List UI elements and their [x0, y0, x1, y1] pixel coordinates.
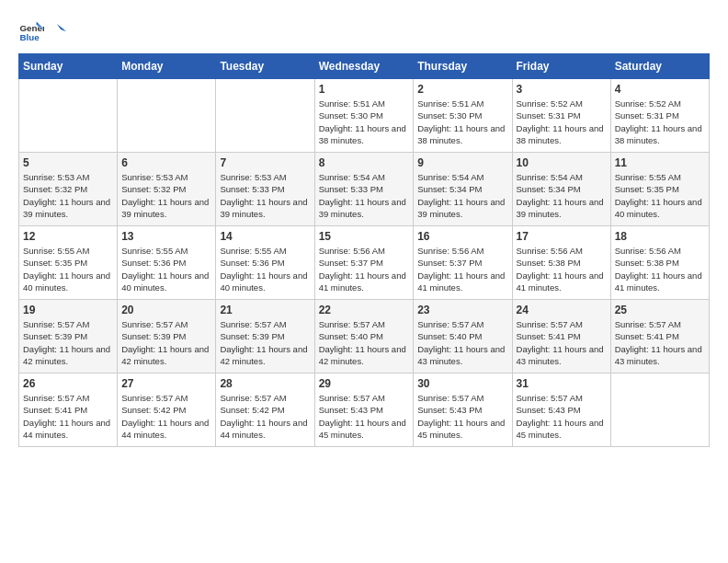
calendar-cell: 19Sunrise: 5:57 AM Sunset: 5:39 PM Dayli… — [19, 300, 118, 373]
calendar-body: 1Sunrise: 5:51 AM Sunset: 5:30 PM Daylig… — [19, 79, 710, 447]
day-info: Sunrise: 5:55 AM Sunset: 5:35 PM Dayligh… — [23, 245, 113, 293]
calendar-week-row: 19Sunrise: 5:57 AM Sunset: 5:39 PM Dayli… — [19, 300, 710, 373]
calendar-cell: 1Sunrise: 5:51 AM Sunset: 5:30 PM Daylig… — [314, 79, 414, 153]
day-info: Sunrise: 5:54 AM Sunset: 5:34 PM Dayligh… — [417, 171, 507, 220]
svg-marker-4 — [57, 24, 66, 31]
day-info: Sunrise: 5:57 AM Sunset: 5:40 PM Dayligh… — [417, 318, 507, 367]
day-info: Sunrise: 5:57 AM Sunset: 5:43 PM Dayligh… — [319, 392, 410, 441]
svg-text:Blue: Blue — [19, 32, 40, 42]
day-number: 15 — [319, 230, 410, 243]
day-info: Sunrise: 5:53 AM Sunset: 5:32 PM Dayligh… — [121, 171, 211, 220]
calendar-cell: 20Sunrise: 5:57 AM Sunset: 5:39 PM Dayli… — [118, 300, 216, 373]
day-info: Sunrise: 5:57 AM Sunset: 5:42 PM Dayligh… — [220, 392, 310, 441]
calendar-cell: 21Sunrise: 5:57 AM Sunset: 5:39 PM Dayli… — [216, 300, 314, 373]
day-number: 8 — [319, 156, 410, 169]
logo-icon: General Blue — [18, 18, 44, 44]
column-header-tuesday: Tuesday — [216, 54, 314, 79]
day-info: Sunrise: 5:52 AM Sunset: 5:31 PM Dayligh… — [517, 98, 607, 146]
day-number: 9 — [417, 156, 507, 169]
day-info: Sunrise: 5:54 AM Sunset: 5:33 PM Dayligh… — [319, 171, 410, 220]
calendar-cell: 12Sunrise: 5:55 AM Sunset: 5:35 PM Dayli… — [19, 226, 118, 300]
calendar-cell — [610, 373, 709, 447]
logo: General Blue — [18, 18, 66, 44]
calendar-cell: 9Sunrise: 5:54 AM Sunset: 5:34 PM Daylig… — [414, 153, 512, 226]
day-number: 28 — [220, 377, 310, 390]
calendar-cell: 26Sunrise: 5:57 AM Sunset: 5:41 PM Dayli… — [19, 373, 118, 447]
day-info: Sunrise: 5:56 AM Sunset: 5:37 PM Dayligh… — [319, 245, 410, 293]
column-header-wednesday: Wednesday — [314, 54, 414, 79]
day-info: Sunrise: 5:57 AM Sunset: 5:42 PM Dayligh… — [121, 392, 211, 441]
calendar-cell: 24Sunrise: 5:57 AM Sunset: 5:41 PM Dayli… — [512, 300, 610, 373]
column-header-friday: Friday — [512, 54, 610, 79]
day-number: 26 — [23, 377, 113, 390]
calendar-cell: 5Sunrise: 5:53 AM Sunset: 5:32 PM Daylig… — [19, 153, 118, 226]
calendar-week-row: 5Sunrise: 5:53 AM Sunset: 5:32 PM Daylig… — [19, 153, 710, 226]
day-info: Sunrise: 5:57 AM Sunset: 5:40 PM Dayligh… — [319, 318, 410, 367]
day-number: 2 — [417, 83, 507, 96]
day-info: Sunrise: 5:53 AM Sunset: 5:33 PM Dayligh… — [220, 171, 310, 220]
day-number: 17 — [517, 230, 607, 243]
day-number: 21 — [220, 304, 310, 316]
day-info: Sunrise: 5:57 AM Sunset: 5:43 PM Dayligh… — [517, 392, 607, 441]
day-info: Sunrise: 5:57 AM Sunset: 5:41 PM Dayligh… — [23, 392, 113, 441]
column-header-monday: Monday — [118, 54, 216, 79]
svg-marker-5 — [59, 27, 66, 33]
day-number: 10 — [517, 156, 607, 169]
day-number: 30 — [417, 377, 507, 390]
calendar-cell: 16Sunrise: 5:56 AM Sunset: 5:37 PM Dayli… — [414, 226, 512, 300]
day-number: 31 — [517, 377, 607, 390]
day-number: 24 — [517, 304, 607, 316]
day-info: Sunrise: 5:57 AM Sunset: 5:41 PM Dayligh… — [615, 318, 705, 367]
day-number: 16 — [417, 230, 507, 243]
day-number: 19 — [23, 304, 113, 316]
calendar-cell: 4Sunrise: 5:52 AM Sunset: 5:31 PM Daylig… — [610, 79, 709, 153]
calendar-header-row: SundayMondayTuesdayWednesdayThursdayFrid… — [19, 54, 710, 79]
calendar-cell: 6Sunrise: 5:53 AM Sunset: 5:32 PM Daylig… — [118, 153, 216, 226]
day-info: Sunrise: 5:51 AM Sunset: 5:30 PM Dayligh… — [417, 98, 507, 146]
day-number: 25 — [615, 304, 705, 316]
day-info: Sunrise: 5:57 AM Sunset: 5:39 PM Dayligh… — [121, 318, 211, 367]
day-number: 23 — [417, 304, 507, 316]
logo-bird-icon — [48, 22, 66, 40]
calendar-cell: 30Sunrise: 5:57 AM Sunset: 5:43 PM Dayli… — [414, 373, 512, 447]
day-number: 29 — [319, 377, 410, 390]
calendar-cell — [216, 79, 314, 153]
day-number: 22 — [319, 304, 410, 316]
calendar-cell — [19, 79, 118, 153]
day-number: 5 — [23, 156, 113, 169]
day-number: 20 — [121, 304, 211, 316]
day-number: 6 — [121, 156, 211, 169]
calendar-table: SundayMondayTuesdayWednesdayThursdayFrid… — [18, 53, 710, 447]
calendar-cell: 7Sunrise: 5:53 AM Sunset: 5:33 PM Daylig… — [216, 153, 314, 226]
day-info: Sunrise: 5:51 AM Sunset: 5:30 PM Dayligh… — [319, 98, 410, 146]
day-info: Sunrise: 5:55 AM Sunset: 5:35 PM Dayligh… — [615, 171, 705, 220]
day-number: 11 — [615, 156, 705, 169]
day-info: Sunrise: 5:55 AM Sunset: 5:36 PM Dayligh… — [220, 245, 310, 293]
day-number: 7 — [220, 156, 310, 169]
calendar-cell: 28Sunrise: 5:57 AM Sunset: 5:42 PM Dayli… — [216, 373, 314, 447]
calendar-cell: 2Sunrise: 5:51 AM Sunset: 5:30 PM Daylig… — [414, 79, 512, 153]
day-info: Sunrise: 5:57 AM Sunset: 5:41 PM Dayligh… — [517, 318, 607, 367]
day-number: 14 — [220, 230, 310, 243]
calendar-cell: 8Sunrise: 5:54 AM Sunset: 5:33 PM Daylig… — [314, 153, 414, 226]
day-number: 12 — [23, 230, 113, 243]
day-info: Sunrise: 5:56 AM Sunset: 5:37 PM Dayligh… — [417, 245, 507, 293]
calendar-cell: 23Sunrise: 5:57 AM Sunset: 5:40 PM Dayli… — [414, 300, 512, 373]
calendar-week-row: 12Sunrise: 5:55 AM Sunset: 5:35 PM Dayli… — [19, 226, 710, 300]
calendar-cell: 13Sunrise: 5:55 AM Sunset: 5:36 PM Dayli… — [118, 226, 216, 300]
page-header: General Blue — [18, 18, 710, 44]
day-info: Sunrise: 5:56 AM Sunset: 5:38 PM Dayligh… — [615, 245, 705, 293]
day-info: Sunrise: 5:53 AM Sunset: 5:32 PM Dayligh… — [23, 171, 113, 220]
calendar-cell — [118, 79, 216, 153]
day-info: Sunrise: 5:57 AM Sunset: 5:39 PM Dayligh… — [220, 318, 310, 367]
calendar-cell: 31Sunrise: 5:57 AM Sunset: 5:43 PM Dayli… — [512, 373, 610, 447]
day-info: Sunrise: 5:52 AM Sunset: 5:31 PM Dayligh… — [615, 98, 705, 146]
calendar-week-row: 26Sunrise: 5:57 AM Sunset: 5:41 PM Dayli… — [19, 373, 710, 447]
column-header-sunday: Sunday — [19, 54, 118, 79]
calendar-cell: 3Sunrise: 5:52 AM Sunset: 5:31 PM Daylig… — [512, 79, 610, 153]
day-info: Sunrise: 5:55 AM Sunset: 5:36 PM Dayligh… — [121, 245, 211, 293]
day-info: Sunrise: 5:54 AM Sunset: 5:34 PM Dayligh… — [517, 171, 607, 220]
day-number: 1 — [319, 83, 410, 96]
column-header-saturday: Saturday — [610, 54, 709, 79]
calendar-cell: 17Sunrise: 5:56 AM Sunset: 5:38 PM Dayli… — [512, 226, 610, 300]
